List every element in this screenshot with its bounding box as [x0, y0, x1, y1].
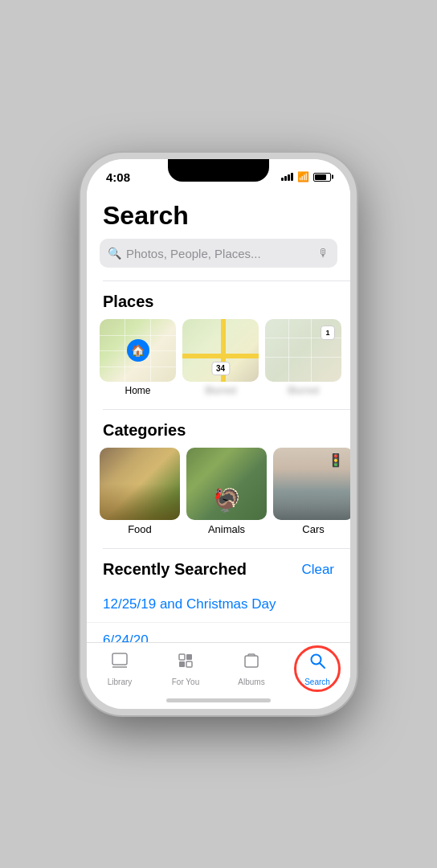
place-label-2: Blurred	[205, 385, 236, 396]
tab-search[interactable]: Search	[284, 648, 350, 690]
svg-rect-6	[245, 656, 258, 667]
svg-rect-2	[179, 654, 185, 660]
recent-item-0[interactable]: 12/25/19 and Christmas Day	[87, 587, 350, 623]
tab-library-label: Library	[108, 678, 133, 686]
category-card-food[interactable]: Food	[100, 448, 180, 535]
place-card-3[interactable]: 1 Blurred	[265, 319, 341, 396]
svg-rect-4	[179, 661, 185, 667]
category-label-animals: Animals	[186, 523, 267, 535]
wifi-icon: 📶	[297, 171, 309, 182]
place-card-2[interactable]: 34 Blurred	[182, 319, 259, 396]
category-img-animals	[186, 448, 267, 520]
places-section-title: Places	[87, 281, 350, 319]
svg-line-8	[321, 664, 325, 669]
tab-albums[interactable]: Albums	[218, 648, 284, 690]
search-input-placeholder[interactable]: Photos, People, Places...	[126, 247, 313, 260]
category-img-food	[100, 448, 180, 520]
search-bar-container: 🔍 Photos, People, Places... 🎙	[87, 239, 350, 280]
phone-screen: 4:08 📶 Search 🔍	[87, 159, 350, 709]
status-icons: 📶	[281, 171, 331, 182]
search-tab-icon	[308, 651, 327, 675]
tab-for-you-label: For You	[172, 678, 199, 686]
svg-rect-5	[186, 661, 192, 667]
map3-badge-1: 1	[321, 326, 335, 340]
search-bar-icon: 🔍	[108, 247, 121, 260]
category-card-cars[interactable]: Cars	[273, 448, 350, 535]
svg-point-7	[312, 655, 321, 665]
status-bar: 4:08 📶	[87, 159, 350, 194]
home-indicator	[166, 698, 271, 702]
recently-searched-title: Recently Searched	[103, 560, 247, 579]
search-bar[interactable]: 🔍 Photos, People, Places... 🎙	[100, 239, 337, 268]
category-label-cars: Cars	[273, 523, 350, 535]
place-label-home: Home	[125, 385, 150, 396]
place-map-home: 🏠	[100, 319, 176, 382]
place-label-3: Blurred	[288, 385, 319, 396]
recently-searched-header: Recently Searched Clear	[87, 549, 350, 587]
battery-icon	[313, 173, 331, 182]
place-card-home[interactable]: 🏠 Home	[100, 319, 176, 396]
place-map-2: 34	[182, 319, 259, 382]
place-map-3: 1	[265, 319, 341, 382]
for-you-icon	[176, 651, 195, 675]
content-area: Search 🔍 Photos, People, Places... 🎙 Pla…	[87, 194, 350, 642]
categories-grid: Food Animals Cars	[87, 448, 350, 548]
page-title: Search	[87, 194, 350, 239]
library-icon	[110, 651, 129, 675]
mic-icon[interactable]: 🎙	[318, 247, 329, 260]
recent-item-1[interactable]: 6/24/20	[87, 623, 350, 642]
phone-frame: 4:08 📶 Search 🔍	[80, 153, 357, 715]
tab-search-label: Search	[304, 678, 330, 686]
tab-albums-label: Albums	[238, 678, 264, 686]
home-pin-icon: 🏠	[127, 339, 149, 362]
clear-button[interactable]: Clear	[301, 562, 334, 578]
albums-icon	[242, 651, 261, 675]
category-img-cars	[273, 448, 350, 520]
category-card-animals[interactable]: Animals	[186, 448, 267, 535]
categories-section-title: Categories	[87, 410, 350, 448]
svg-rect-0	[112, 653, 127, 665]
status-time: 4:08	[106, 170, 130, 184]
notch	[168, 159, 269, 182]
places-grid: 🏠 Home 34 Blurred	[87, 319, 350, 409]
signal-icon	[281, 173, 293, 181]
tab-for-you[interactable]: For You	[153, 648, 218, 690]
svg-rect-3	[186, 654, 192, 660]
category-label-food: Food	[100, 523, 180, 535]
map-badge-34: 34	[211, 362, 230, 375]
tab-library[interactable]: Library	[87, 648, 153, 690]
